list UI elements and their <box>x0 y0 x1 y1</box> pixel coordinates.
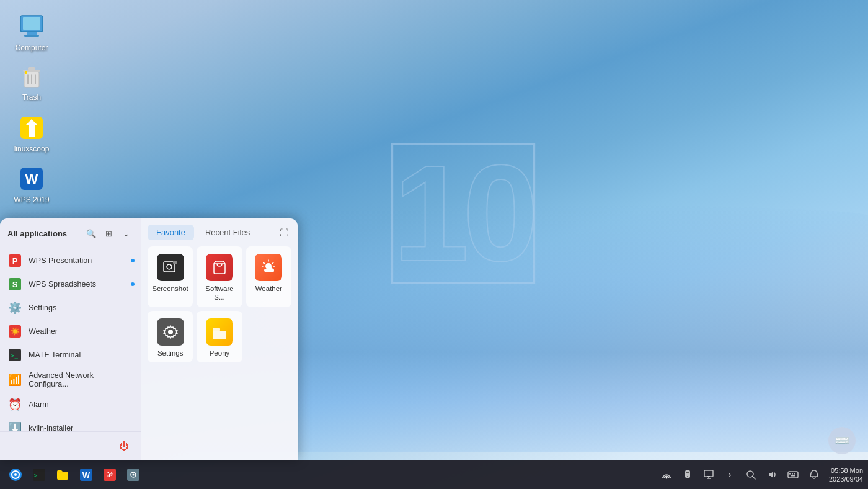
linuxscoop-label: linuxscoop <box>14 145 50 153</box>
trash-label: Trash <box>22 93 41 102</box>
mate-terminal-icon: >_ <box>7 348 22 362</box>
fav-peony[interactable]: Peony <box>197 311 242 363</box>
desktop-icon-trash[interactable]: Trash <box>9 62 54 102</box>
sidebar-item-weather[interactable]: ☀️ Weather <box>0 320 141 343</box>
svg-rect-30 <box>213 331 226 339</box>
expand-button[interactable]: ⛶ <box>277 225 291 240</box>
taskbar-search-icon[interactable] <box>742 466 760 483</box>
taskbar-folder-icon[interactable] <box>52 464 73 485</box>
screenshot-label: Screenshot <box>153 285 188 294</box>
sidebar-item-wps-presentation[interactable]: P WPS Presentation <box>0 249 141 272</box>
svg-rect-1 <box>23 17 40 30</box>
grid-view-button[interactable]: ⊞ <box>101 226 116 241</box>
fav-settings[interactable]: Settings <box>148 311 193 363</box>
svg-rect-55 <box>789 473 790 475</box>
svg-rect-6 <box>28 67 35 70</box>
peony-label: Peony <box>210 349 230 358</box>
svg-text:☀️: ☀️ <box>11 326 20 336</box>
taskbar-network-icon[interactable] <box>658 466 675 483</box>
weather-label: Weather <box>255 285 282 294</box>
network-name: Advanced Network Configura... <box>29 371 133 388</box>
svg-rect-10 <box>25 71 27 74</box>
taskbar-clock[interactable]: 05:58 Mon 2023/09/04 <box>829 466 863 484</box>
svg-rect-3 <box>24 35 39 37</box>
svg-point-44 <box>665 477 667 479</box>
tab-recent-files[interactable]: Recent Files <box>197 225 259 240</box>
svg-rect-31 <box>213 328 220 331</box>
clock-time: 05:58 Mon <box>831 466 863 475</box>
svg-point-43 <box>133 474 135 476</box>
sidebar-item-mate-terminal[interactable]: >_ MATE Terminal <box>0 343 141 367</box>
settings-fav-label: Settings <box>157 349 184 358</box>
start-menu-sidebar: All applications 🔍 ⊞ ⌄ P WPS Pr <box>0 218 141 460</box>
taskbar-removable-icon[interactable] <box>679 466 696 483</box>
fav-software-store[interactable]: Software S... <box>197 246 242 307</box>
wps-presentation-name: WPS Presentation <box>29 256 133 265</box>
svg-rect-2 <box>27 32 37 35</box>
taskbar-terminal-icon[interactable]: >_ <box>29 464 50 485</box>
sidebar-item-alarm[interactable]: ⏰ Alarm <box>0 393 141 416</box>
software-store-icon <box>205 253 234 282</box>
linuxscoop-icon <box>17 114 46 142</box>
weather-fav-icon <box>254 253 283 282</box>
fav-weather[interactable]: Weather <box>246 246 291 307</box>
desktop-icon-computer[interactable]: Computer <box>9 12 54 52</box>
desktop-icon-wps2019[interactable]: W WPS 2019 <box>9 164 54 204</box>
taskbar-notifications-icon[interactable] <box>805 466 823 483</box>
wps-spreadsheets-name: WPS Spreadsheets <box>29 280 133 289</box>
svg-line-53 <box>753 477 755 479</box>
taskbar-audio-icon[interactable] <box>763 466 781 483</box>
all-apps-label: All applications <box>7 229 79 238</box>
trash-icon <box>17 62 46 91</box>
taskbar-keyboard-layout-icon[interactable] <box>784 466 802 483</box>
app-list: P WPS Presentation S WPS Spreadsheets <box>0 246 141 431</box>
svg-text:>_: >_ <box>11 352 18 359</box>
desktop: 10 Computer Trash <box>0 0 868 489</box>
svg-rect-46 <box>686 472 689 473</box>
new-dot <box>131 259 135 262</box>
computer-label: Computer <box>16 43 48 52</box>
floating-keyboard-button[interactable]: ⌨️ <box>828 427 856 454</box>
fav-screenshot[interactable]: Screenshot <box>148 246 193 307</box>
network-icon: 📶 <box>7 372 22 387</box>
clock-date: 2023/09/04 <box>829 475 863 483</box>
mate-terminal-name: MATE Terminal <box>29 351 133 359</box>
desktop-icon-linuxscoop[interactable]: linuxscoop <box>9 114 54 153</box>
taskbar-wps-icon[interactable]: W <box>76 464 97 485</box>
svg-text:🛍: 🛍 <box>106 470 114 479</box>
svg-text:S: S <box>12 280 18 289</box>
sidebar-item-settings[interactable]: ⚙️ Settings <box>0 296 141 320</box>
svg-point-24 <box>167 264 172 269</box>
power-area: ⏻ <box>0 431 141 460</box>
sidebar-item-wps-spreadsheets[interactable]: S WPS Spreadsheets <box>0 272 141 296</box>
alarm-icon: ⏰ <box>7 397 22 412</box>
weather-icon: ☀️ <box>7 324 22 339</box>
power-button[interactable]: ⏻ <box>115 437 133 455</box>
sidebar-item-network[interactable]: 📶 Advanced Network Configura... <box>0 367 141 393</box>
svg-rect-54 <box>788 472 798 478</box>
wps-icon: W <box>17 164 46 193</box>
taskbar-store-icon[interactable]: 🛍 <box>99 464 120 485</box>
sidebar-item-kylin-installer[interactable]: ⬇️ kylin-installer <box>0 416 141 431</box>
svg-rect-48 <box>704 470 713 477</box>
taskbar-control-icon[interactable] <box>123 464 144 485</box>
settings-fav-icon <box>156 317 185 347</box>
svg-point-34 <box>14 473 17 476</box>
svg-point-29 <box>168 330 173 334</box>
peony-icon <box>205 317 234 347</box>
taskbar-start-icon[interactable] <box>5 464 26 485</box>
sort-button[interactable]: ⌄ <box>118 226 133 241</box>
svg-rect-57 <box>794 473 795 475</box>
weather-name: Weather <box>29 327 133 336</box>
taskbar-left: >_ W 🛍 <box>5 464 144 485</box>
search-button[interactable]: 🔍 <box>84 226 99 241</box>
tab-favorite[interactable]: Favorite <box>148 225 194 240</box>
svg-rect-58 <box>790 475 795 477</box>
taskbar-screen-icon[interactable] <box>700 466 717 483</box>
svg-text:P: P <box>12 256 18 266</box>
wps-spreadsheets-icon: S <box>7 277 22 292</box>
taskbar-arrow-icon[interactable]: › <box>721 466 738 483</box>
start-sidebar-header: All applications 🔍 ⊞ ⌄ <box>0 218 141 246</box>
alarm-name: Alarm <box>29 400 133 409</box>
favorites-grid: Screenshot Software S... <box>148 246 291 362</box>
